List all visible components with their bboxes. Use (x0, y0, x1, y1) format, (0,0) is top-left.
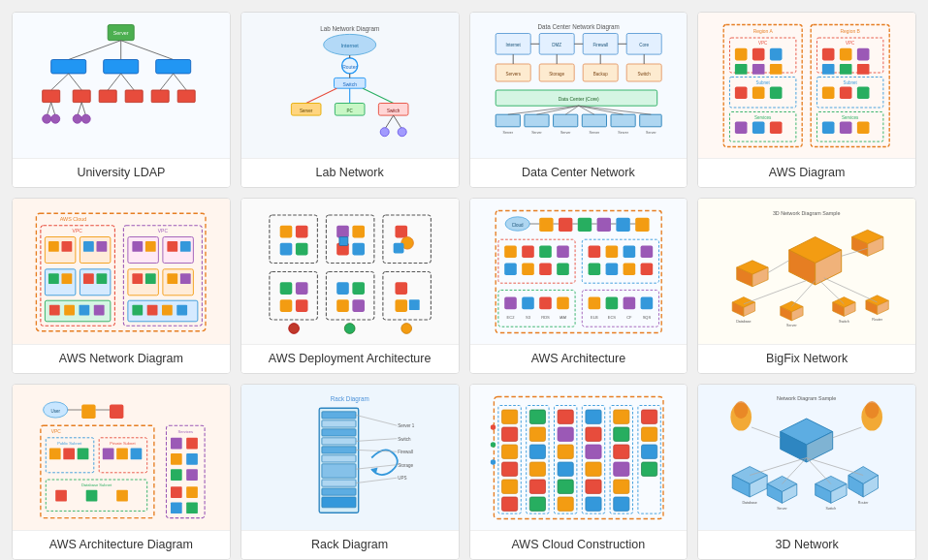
svg-rect-330 (322, 446, 356, 452)
svg-rect-199 (352, 299, 365, 312)
svg-rect-162 (180, 241, 191, 252)
svg-rect-237 (623, 263, 635, 275)
svg-line-2 (69, 40, 121, 59)
card-image-university-ldap: Server (13, 13, 230, 158)
svg-line-279 (769, 260, 790, 272)
svg-rect-236 (605, 263, 618, 275)
svg-point-396 (734, 401, 748, 419)
svg-rect-244 (557, 296, 569, 309)
svg-rect-147 (62, 273, 73, 284)
card-label-aws-architecture: AWS Architecture (470, 344, 688, 373)
card-image-aws-architecture-diagram: User VPC Public Subnet Private Subnet (13, 385, 230, 530)
svg-text:SQS: SQS (642, 315, 651, 320)
svg-rect-246 (605, 296, 618, 309)
svg-line-8 (51, 73, 69, 89)
svg-rect-243 (539, 296, 552, 309)
svg-text:Database Subnet: Database Subnet (81, 482, 112, 487)
svg-line-39 (363, 88, 394, 103)
svg-text:VPC: VPC (758, 41, 768, 46)
svg-point-49 (398, 127, 406, 136)
svg-rect-177 (280, 225, 293, 237)
svg-line-46 (385, 115, 394, 129)
svg-text:VPC: VPC (846, 41, 855, 46)
svg-rect-19 (177, 90, 195, 103)
svg-rect-193 (296, 282, 308, 295)
svg-rect-173 (176, 304, 187, 315)
card-aws-network-diagram[interactable]: AWS Cloud VPC (12, 198, 231, 374)
svg-rect-213 (616, 217, 629, 231)
svg-text:PC: PC (346, 108, 353, 112)
card-3d-network[interactable]: Network Diagram Sample (697, 384, 916, 560)
svg-rect-78 (553, 114, 577, 127)
svg-rect-209 (539, 217, 553, 231)
svg-text:Server: Server (113, 30, 129, 36)
svg-rect-15 (73, 90, 90, 103)
svg-rect-214 (635, 217, 649, 231)
svg-rect-79 (582, 114, 606, 127)
svg-rect-148 (83, 273, 94, 284)
diagram-grid: Server (12, 12, 916, 560)
svg-rect-114 (752, 121, 765, 134)
svg-text:Server: Server (646, 131, 656, 135)
svg-rect-321 (186, 486, 198, 498)
svg-point-204 (344, 323, 355, 333)
svg-rect-381 (613, 462, 628, 476)
svg-rect-380 (613, 445, 628, 458)
card-aws-architecture[interactable]: Cloud (469, 198, 688, 374)
card-aws-architecture-diagram[interactable]: User VPC Public Subnet Private Subnet (12, 384, 231, 560)
svg-rect-382 (613, 480, 628, 493)
svg-rect-180 (296, 242, 308, 255)
svg-rect-171 (147, 304, 158, 315)
svg-rect-386 (641, 445, 656, 458)
svg-rect-225 (539, 245, 552, 258)
svg-rect-160 (145, 241, 156, 252)
svg-rect-127 (840, 86, 852, 99)
card-aws-diagram[interactable]: Region A Region B VPC Subnet (697, 12, 916, 188)
card-lab-network[interactable]: Lab Network Diagram Internet Router Swit… (240, 12, 460, 188)
svg-line-346 (356, 478, 397, 482)
card-aws-deployment-architecture[interactable]: AWS Deployment Architecture (240, 198, 460, 374)
svg-text:Data Center Network Diagram: Data Center Network Diagram (537, 23, 619, 31)
card-image-aws-diagram: Region A Region B VPC Subnet (698, 13, 915, 158)
svg-rect-354 (501, 410, 517, 423)
svg-line-283 (820, 280, 845, 303)
svg-rect-310 (86, 489, 98, 501)
svg-text:Storage: Storage (398, 462, 413, 467)
card-data-center-network[interactable]: Data Center Network Diagram Internet DMZ… (469, 12, 688, 188)
svg-rect-366 (558, 410, 573, 423)
svg-rect-126 (822, 86, 835, 99)
card-rack-diagram[interactable]: Rack Diagram Server 1 Switch (240, 384, 460, 560)
svg-rect-369 (558, 462, 573, 476)
svg-rect-373 (586, 427, 601, 441)
card-image-rack-diagram: Rack Diagram Server 1 Switch (241, 385, 459, 530)
svg-rect-331 (322, 454, 356, 461)
svg-rect-195 (296, 299, 308, 312)
svg-rect-316 (171, 453, 182, 465)
svg-point-26 (73, 114, 81, 123)
svg-rect-311 (116, 489, 128, 501)
svg-text:Switch: Switch (826, 506, 837, 510)
svg-rect-305 (116, 448, 128, 459)
svg-rect-128 (857, 86, 870, 99)
card-bigfix-network[interactable]: 3D Network Diagram Sample (697, 198, 916, 374)
svg-rect-319 (186, 469, 198, 481)
svg-text:AWS Cloud: AWS Cloud (60, 216, 87, 222)
svg-rect-18 (151, 90, 169, 103)
svg-rect-181 (336, 225, 349, 237)
svg-rect-318 (171, 469, 182, 481)
svg-line-37 (306, 88, 337, 103)
svg-line-9 (69, 73, 82, 89)
card-university-ldap[interactable]: Server (12, 12, 231, 188)
card-image-aws-architecture: Cloud (470, 199, 688, 344)
card-image-aws-cloud-construction (470, 385, 688, 530)
svg-text:Server: Server (778, 506, 788, 510)
svg-text:Data Center (Core): Data Center (Core) (558, 96, 598, 101)
svg-text:IAM: IAM (560, 315, 567, 320)
svg-rect-161 (168, 241, 178, 252)
svg-rect-241 (504, 296, 517, 309)
svg-text:Server: Server (618, 131, 628, 135)
card-aws-cloud-construction[interactable]: AWS Cloud Construction (469, 384, 688, 560)
svg-text:Switch: Switch (387, 108, 400, 112)
svg-rect-235 (588, 263, 600, 275)
svg-text:Subnet: Subnet (756, 79, 771, 84)
